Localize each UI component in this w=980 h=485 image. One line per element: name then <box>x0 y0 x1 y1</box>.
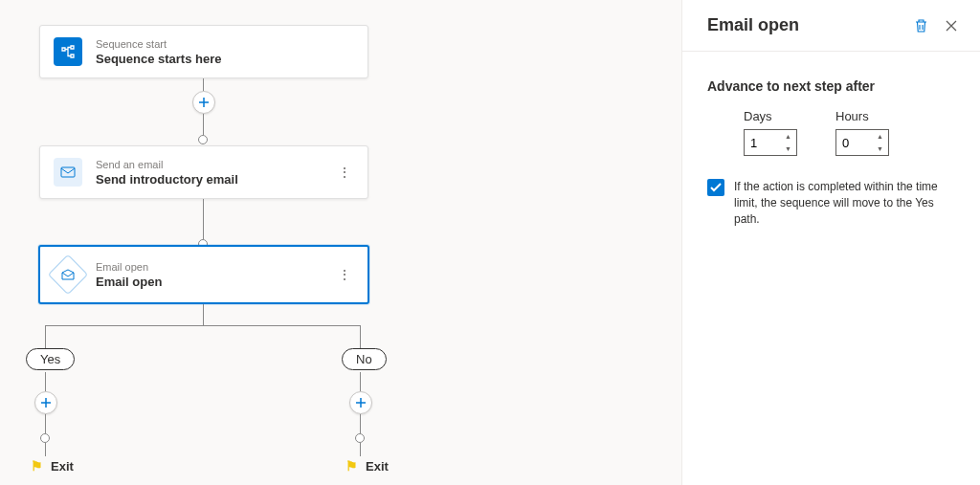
connector-line <box>45 443 46 456</box>
days-spinner[interactable]: ▲ ▼ <box>744 129 797 156</box>
connector-dot <box>198 135 208 144</box>
panel-header: Email open <box>682 0 980 52</box>
connector-line <box>360 325 361 348</box>
connector-line <box>45 325 361 326</box>
node-subtitle: Sequence start <box>96 38 354 50</box>
connector-line <box>360 443 361 456</box>
flag-icon: ⚑ <box>31 458 43 474</box>
days-label: Days <box>744 109 797 123</box>
branch-icon <box>54 37 82 66</box>
properties-panel: Email open Advance to next step after Da… <box>681 0 980 485</box>
connector-line <box>203 78 204 91</box>
panel-title: Email open <box>707 15 900 35</box>
node-subtitle: Send an email <box>96 159 322 170</box>
connector-line <box>360 372 361 391</box>
node-subtitle: Email open <box>96 261 322 273</box>
node-title: Email open <box>96 275 322 289</box>
connector-line <box>360 414 361 433</box>
branch-yes-pill: Yes <box>26 348 75 370</box>
days-up[interactable]: ▲ <box>780 130 796 143</box>
hours-up[interactable]: ▲ <box>872 130 888 143</box>
connector-line <box>203 114 204 135</box>
node-title: Send introductory email <box>96 172 322 187</box>
open-mail-icon <box>48 254 88 295</box>
mail-icon <box>54 158 82 187</box>
yes-path-checkbox[interactable] <box>707 179 724 196</box>
branch-no-pill: No <box>342 348 387 370</box>
days-down[interactable]: ▼ <box>780 143 796 155</box>
add-step-yes-button[interactable] <box>34 391 57 414</box>
connector-line <box>203 304 204 325</box>
node-more-button[interactable]: ⋮ <box>335 161 354 184</box>
add-step-no-button[interactable] <box>349 391 372 414</box>
hours-input[interactable] <box>836 130 871 155</box>
yes-path-checkbox-row[interactable]: If the action is completed within the ti… <box>707 179 955 227</box>
advance-label: Advance to next step after <box>707 78 955 94</box>
svg-rect-0 <box>61 167 75 177</box>
connector-line <box>45 414 46 433</box>
connector-line <box>203 199 204 239</box>
exit-label: Exit <box>51 459 74 474</box>
node-title: Sequence starts here <box>96 52 354 66</box>
connector-dot <box>355 433 365 443</box>
node-sequence-start[interactable]: Sequence start Sequence starts here <box>39 25 368 78</box>
days-input[interactable] <box>745 130 779 155</box>
flag-icon: ⚑ <box>345 458 358 474</box>
panel-body: Advance to next step after Days ▲ ▼ Hour… <box>682 52 980 254</box>
close-button[interactable] <box>942 16 961 35</box>
exit-no: ⚑ Exit <box>345 458 389 474</box>
exit-yes: ⚑ Exit <box>31 458 74 474</box>
hours-label: Hours <box>835 109 889 123</box>
checkbox-label: If the action is completed within the ti… <box>734 179 955 227</box>
delete-button[interactable] <box>911 16 930 35</box>
add-step-button[interactable] <box>192 91 215 114</box>
hours-down[interactable]: ▼ <box>872 143 888 155</box>
exit-label: Exit <box>366 459 389 474</box>
node-send-email[interactable]: Send an email Send introductory email ⋮ <box>39 145 368 199</box>
flow-canvas[interactable]: Sequence start Sequence starts here Send… <box>0 0 681 485</box>
node-email-open[interactable]: Email open Email open ⋮ <box>38 245 369 304</box>
hours-spinner[interactable]: ▲ ▼ <box>835 129 889 156</box>
connector-dot <box>40 433 50 443</box>
connector-line <box>45 372 46 391</box>
connector-line <box>45 325 46 348</box>
node-more-button[interactable]: ⋮ <box>335 263 354 286</box>
